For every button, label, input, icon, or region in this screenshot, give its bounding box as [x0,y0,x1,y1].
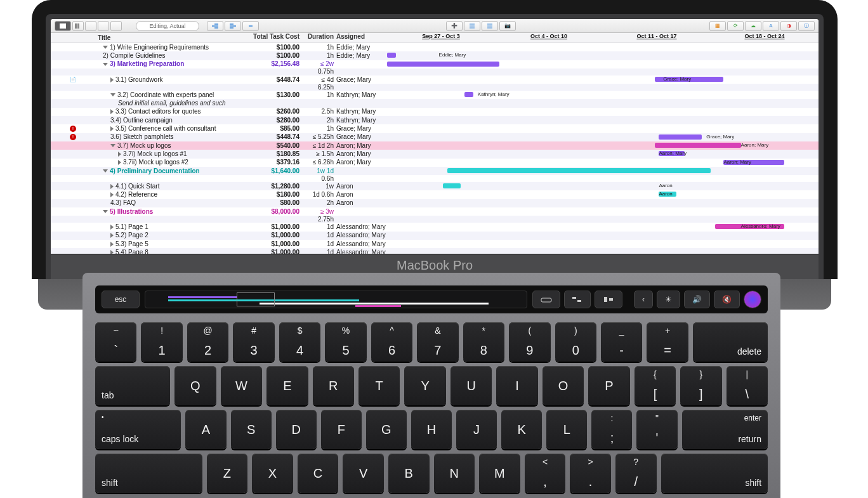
key-P[interactable]: P [588,366,629,405]
gantt-bar[interactable] [387,62,499,67]
timeline-col[interactable]: Oct 18 - Oct 24 [711,33,819,43]
task-row[interactable]: 3.3) Contact editors for quotes$260.002.… [51,108,819,116]
timeline-col[interactable]: Oct 11 - Oct 17 [603,33,711,43]
key-7[interactable]: &7 [417,322,458,362]
disclosure-icon[interactable] [103,210,108,213]
key-W[interactable]: W [221,366,262,405]
tb-grid1[interactable] [85,21,96,31]
disclosure-icon[interactable] [110,109,114,114]
task-row[interactable]: 0.75h [51,69,819,75]
touchbar-btn-c[interactable] [595,291,622,308]
disclosure-icon[interactable] [110,250,114,254]
touchbar-expand-icon[interactable]: ‹ [634,291,653,308]
gantt-bar[interactable] [655,143,741,148]
col-cost[interactable]: Total Task Cost [247,33,305,43]
tb-grid2[interactable] [98,21,109,31]
task-row[interactable]: !3.6) Sketch pamphlets$448.74≤ 5.25hGrac… [51,133,819,141]
key-5[interactable]: %5 [325,322,366,362]
tb-a4[interactable]: A [763,21,779,31]
task-row[interactable]: 5.1) Page 1$1,000.001dAlessandro; MaryAl… [51,223,819,231]
task-row[interactable]: 5.4) Page 8$1,000.001dAlessandro; Mary [51,248,819,254]
task-row[interactable]: 3.4) Outline campaign$280.002hKathryn; M… [51,116,819,124]
key-R[interactable]: R [313,366,354,405]
tb-a6[interactable]: ⓘ [798,21,815,31]
tb-add[interactable]: ➕ [446,21,463,31]
key-2[interactable]: @2 [187,322,228,362]
touchbar-timeline[interactable] [145,291,527,308]
disclosure-icon[interactable] [110,126,114,131]
task-row[interactable]: 2) Compile Guidelines$100.001hEddie; Mar… [51,51,819,60]
key-X[interactable]: X [252,454,293,493]
task-row[interactable]: 5.2) Page 2$1,000.001dAlessandro; Mary [51,232,819,240]
disclosure-icon[interactable] [110,225,114,230]
tb-zoom-in[interactable] [482,21,498,31]
task-row[interactable]: !3.5) Conference call with consultant$85… [51,124,819,133]
tb-grid3[interactable] [110,21,122,31]
key-N[interactable]: N [434,454,475,493]
key-8[interactable]: *8 [463,322,504,362]
tb-zoom-out[interactable] [464,21,480,31]
disclosure-icon[interactable] [110,93,115,96]
task-row[interactable]: 4.3) FAQ$80.002hAaron [51,199,819,207]
key-O[interactable]: O [542,366,584,405]
key-D[interactable]: D [276,410,317,449]
task-row[interactable]: 3.7ii) Mock up logos #2$379.16≤ 6.26hAar… [51,159,819,167]
siri-icon[interactable] [744,291,761,308]
disclosure-icon[interactable] [110,184,114,189]
key-period[interactable]: >. [570,454,611,493]
key-F[interactable]: F [321,410,362,449]
disclosure-icon[interactable] [110,233,114,238]
task-row[interactable]: 2.75h [51,216,819,223]
key-capslock[interactable]: caps lock• [95,410,181,449]
tb-a3[interactable]: ☁ [745,21,761,31]
task-row[interactable]: 6.25h [51,84,819,91]
tb-indent-left[interactable] [207,21,223,31]
disclosure-icon[interactable] [103,169,108,173]
task-row[interactable]: 3) Marketing Preparation$2,156.48≤ 2w [51,60,819,69]
gantt-bar[interactable] [387,53,396,58]
key-3[interactable]: #3 [233,322,274,362]
key-B[interactable]: B [388,454,430,493]
tb-view1[interactable] [55,21,71,31]
key-shift-right[interactable]: shift [661,454,768,493]
tb-link[interactable] [242,21,259,31]
key-bracket-r[interactable]: }] [680,366,721,405]
task-row[interactable]: 4.2) Reference$180.001d 0.6hAaronAaron [51,190,819,199]
timeline-col[interactable]: Sep 27 - Oct 3 [387,33,495,43]
key-delete[interactable]: delete [693,322,768,362]
tb-a5[interactable]: ◑ [780,21,797,31]
tb-view2[interactable] [72,21,84,31]
tb-camera[interactable]: 📷 [499,21,516,31]
tb-a2[interactable]: ⟳ [727,21,744,31]
key-semicolon[interactable]: :; [591,410,632,449]
key-L[interactable]: L [546,410,587,449]
key-U[interactable]: U [450,366,492,405]
key-return[interactable]: enterreturn [682,410,768,449]
key-`[interactable]: ~` [95,322,136,362]
key-I[interactable]: I [496,366,537,405]
gantt-bar[interactable] [464,92,473,97]
task-row[interactable]: 3.7i) Mock up logos #1$180.85≥ 1.5hAaron… [51,150,819,158]
key-0[interactable]: )0 [555,322,596,362]
key-K[interactable]: K [501,410,542,449]
task-row[interactable]: 0.6h [51,175,819,182]
task-row[interactable]: 📄3.1) Groundwork$448.74≤ 4dGrace; MaryGr… [51,75,819,84]
key-J[interactable]: J [456,410,497,449]
key-Z[interactable]: Z [207,454,248,493]
key-comma[interactable]: <, [525,454,566,493]
task-row[interactable]: 1) Write Engineering Requirements$100.00… [51,43,819,51]
key-T[interactable]: T [358,366,400,405]
disclosure-icon[interactable] [103,46,108,49]
key-4[interactable]: $4 [279,322,320,362]
disclosure-icon[interactable] [110,77,114,82]
volume-icon[interactable]: 🔊 [684,291,710,308]
disclosure-icon[interactable] [103,63,108,66]
key-V[interactable]: V [343,454,384,493]
col-assigned[interactable]: Assigned [336,33,387,43]
touchbar-esc[interactable]: esc [102,291,140,308]
disclosure-icon[interactable] [110,144,115,147]
key-S[interactable]: S [231,410,272,449]
key-M[interactable]: M [479,454,520,493]
key-slash[interactable]: ?/ [615,454,657,493]
key-bracket-l[interactable]: {[ [635,366,676,405]
